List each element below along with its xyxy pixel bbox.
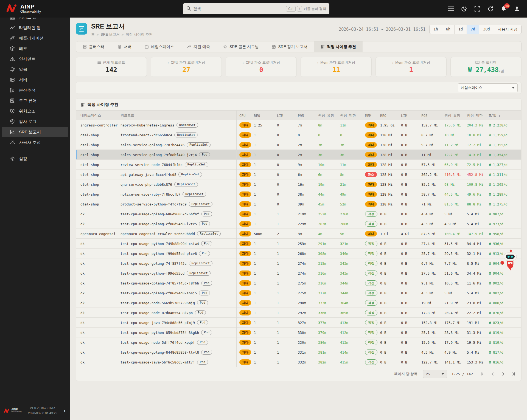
sidebar-item-incident[interactable]: 인시던트 xyxy=(2,54,68,64)
table-row[interactable]: dk test-cpu-usage-java-794c8d8c56-pfmj9 … xyxy=(76,318,521,328)
table-row[interactable]: dk test-cpu-usage-node-5669b57857-96mjg … xyxy=(76,298,521,308)
sidebar-item-alerts[interactable]: 알림 xyxy=(2,64,68,75)
sidebar-collapse-icon[interactable]: ‹ xyxy=(64,407,66,414)
table-row[interactable]: dk test-cpu-usage-java-5bf6c58c65-mtt7j … xyxy=(76,357,521,367)
col-mem-req[interactable]: REQ xyxy=(380,114,401,118)
table-row[interactable]: dk test-cpu-usage-python-749b88b99d-xstw… xyxy=(76,239,521,249)
tab-sre-golden-signal[interactable]: SRE 골든 시그널 xyxy=(217,41,265,52)
notifications-icon[interactable]: 13 xyxy=(500,5,507,12)
sidebar-item-user-estimation[interactable]: 사용자 추정 xyxy=(2,137,68,148)
tab-resource-forecast[interactable]: 자원 예측 xyxy=(181,41,217,52)
sidebar-item-settings[interactable]: 설정 xyxy=(2,154,68,164)
arrow-down-icon: ↓ xyxy=(242,61,244,65)
col-mem-rec-req[interactable]: 권장 요청 xyxy=(444,113,467,118)
cell-mem-rec-req: 10 Mi xyxy=(444,133,467,137)
col-cpu-rec-req[interactable]: 권장 요청 xyxy=(318,113,340,118)
sidebar-item-tracing[interactable]: 분산추적 xyxy=(2,85,68,95)
table-row[interactable]: otel-shop sales-service-golang-7787bc447… xyxy=(76,140,521,150)
next-page-icon[interactable] xyxy=(500,371,506,377)
table-row[interactable]: ingress-controller haproxy-kubernetes-in… xyxy=(76,120,521,130)
range-button-7d[interactable]: 7d xyxy=(467,25,479,34)
breadcrumb-home[interactable]: 홈 xyxy=(91,32,95,37)
col-cpu-rec-lim[interactable]: 권장 제한 xyxy=(340,113,362,118)
tab-right-sizing[interactable]: 적정 사이징 추천 xyxy=(314,41,363,52)
fullscreen-icon[interactable] xyxy=(474,5,481,12)
table-row[interactable]: otel-shop qna-service-php-cdbb8c876 Repl… xyxy=(76,179,521,189)
per-page-select[interactable]: 25 xyxy=(423,370,447,378)
col-mem-p95[interactable]: P95 xyxy=(421,114,444,118)
col-workload[interactable]: 워크로드 xyxy=(120,113,236,118)
range-button-1d[interactable]: 1d xyxy=(454,25,467,34)
workload-name: sales-service-golang-7787bc4476 xyxy=(120,143,184,147)
tab-server[interactable]: 서버 xyxy=(111,41,138,52)
tab-sre-periodic-report[interactable]: SRE 정기 보고서 xyxy=(265,41,314,52)
table-row[interactable]: dk test-cpu-usage-golang-686d96867d-6hfn… xyxy=(76,209,521,219)
sidebar-item-sre-report[interactable]: SRE 보고서 xyxy=(2,127,68,137)
cell-cost-per-day: ₩ 1,311/d xyxy=(489,173,521,177)
col-cpu[interactable]: CPU xyxy=(236,111,254,120)
cell-mem-rec-lim: 10.8 Mi xyxy=(467,133,489,137)
sidebar-item-deploy[interactable]: 배포 xyxy=(2,43,68,54)
tab-cluster[interactable]: 클러스터 xyxy=(76,41,111,52)
sidebar-item-application[interactable]: 애플리케이션 xyxy=(2,33,68,43)
keycap-ctrl: Ctrl xyxy=(286,6,296,12)
col-cost-per-day[interactable]: ₩/일 ↓ xyxy=(489,113,521,118)
cell-mem-status: 적정 xyxy=(362,249,380,258)
table-row[interactable]: otel-shop review-service-node-76844fbfdc… xyxy=(76,160,521,170)
table-row[interactable]: dk test-cpu-usage-golang-8448d85858-ltvt… xyxy=(76,347,521,357)
sidebar-item-risk[interactable]: 위험요소 xyxy=(2,106,68,116)
col-cpu-lim[interactable]: LIM xyxy=(277,114,298,118)
last-page-icon[interactable] xyxy=(510,371,517,377)
cell-cpu-rec-lim: 414m xyxy=(340,350,362,354)
table-row[interactable]: dk test-cpu-usage-golang-74f857f45c-j8f6… xyxy=(76,278,521,288)
cell-cpu-rec-req: 379m xyxy=(318,331,340,335)
col-mem[interactable]: MEM xyxy=(362,111,380,120)
range-button-custom[interactable]: 사용자 지정 xyxy=(494,25,521,34)
col-mem-rec-lim[interactable]: 권장 제한 xyxy=(467,113,489,118)
arrow-up-icon: ↑ xyxy=(167,61,169,65)
search-input[interactable] xyxy=(193,7,284,11)
cell-workload: test-cpu-usage-node-5669b57857-96mjg Pod xyxy=(120,300,236,305)
col-namespace[interactable]: 네임스페이스 xyxy=(76,113,120,118)
sidebar-item-servers[interactable]: 서버 xyxy=(2,75,68,85)
account-icon[interactable] xyxy=(513,5,520,12)
table-row[interactable]: dk test-cpu-usage-node-5dff76f4cd-xpqbf … xyxy=(76,337,521,347)
cell-mem-status: 적정 xyxy=(362,268,380,278)
prev-page-icon[interactable] xyxy=(489,371,496,377)
table-row[interactable]: otel-shop frontend-react-7dc665b8c4 Repl… xyxy=(76,130,521,140)
table-row[interactable]: dk test-cpu-usage-golang-74f857f45c Repl… xyxy=(76,258,521,268)
table-row[interactable]: dk test-cpu-usage-python-f99dd55cd-plcv8… xyxy=(76,249,521,258)
sidebar-item-log-viewer[interactable]: 로그 뷰어 xyxy=(2,95,68,106)
dark-mode-icon[interactable] xyxy=(461,5,468,12)
namespace-select[interactable]: 네임스페이스 xyxy=(458,83,518,92)
col-mem-lim[interactable]: LIM xyxy=(401,114,421,118)
col-cpu-p95[interactable]: P95 xyxy=(298,114,318,118)
table-row[interactable]: otel-shop notice-service-ruby-7f8bccfb7 … xyxy=(76,189,521,199)
breadcrumb-sre-report[interactable]: SRE 보고서 xyxy=(101,32,120,37)
sidebar-item-service-map[interactable]: 서비스 맵 xyxy=(2,18,68,22)
table-row[interactable]: otel-shop sales-service-golang-79f88bf44… xyxy=(76,150,521,160)
table-row[interactable]: dk test-cpu-usage-python-859cbd8754-8kgk… xyxy=(76,328,521,337)
table-row[interactable]: dk test-cpu-usage-python-f99dd55cd Repli… xyxy=(76,268,521,278)
menu-icon[interactable] xyxy=(447,5,455,12)
table-row[interactable]: dk test-cpu-usage-golang-cf86d94d8-sb4j5… xyxy=(76,288,521,298)
robot-mascot[interactable] xyxy=(499,249,520,273)
range-button-1h[interactable]: 1h xyxy=(430,25,442,34)
table-row[interactable]: otel-shop api-gateway-java-6ccc4f4cd8 Re… xyxy=(76,170,521,179)
table-row[interactable]: dk test-cpu-usage-node-87d846554-8k7pn P… xyxy=(76,308,521,318)
refresh-icon[interactable] xyxy=(487,5,494,12)
tab-namespace[interactable]: 네임스페이스 xyxy=(138,41,181,52)
range-button-30d[interactable]: 30d xyxy=(479,25,494,34)
sidebar-item-timeline-map[interactable]: 타임라인 맵 xyxy=(2,22,68,33)
keycap-slash: / xyxy=(297,6,302,12)
first-page-icon[interactable] xyxy=(479,371,486,377)
brand-logo[interactable]: AINP Observability xyxy=(6,3,41,14)
table-row[interactable]: otel-shop product-service-python-f4fc7f9… xyxy=(76,199,521,209)
col-cpu-req[interactable]: REQ xyxy=(254,114,277,118)
range-button-6h[interactable]: 6h xyxy=(442,25,454,34)
cell-cpu-lim: 1 xyxy=(277,301,298,305)
table-row[interactable]: dk test-cpu-usage-golang-cf86d94d8-l2tc5… xyxy=(76,219,521,229)
global-search[interactable]: Ctrl / 키를 눌러 검색 xyxy=(183,3,329,14)
sidebar-item-audit-log[interactable]: 감사 로그 xyxy=(2,116,68,127)
table-row[interactable]: openmaru-cogentai openmaru-cogentai-craw… xyxy=(76,229,521,239)
